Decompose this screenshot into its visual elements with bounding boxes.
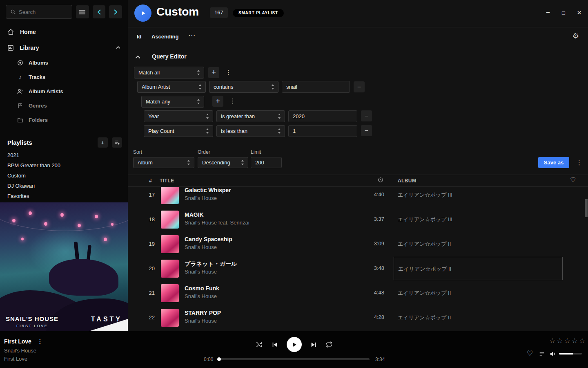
now-playing-artwork[interactable]: SNAIL'S HOUSE FIRST LOVE TASTY	[0, 202, 128, 331]
playlist-item-2021[interactable]: 2021	[0, 150, 128, 160]
table-row[interactable]: 20 プラネット・ガール Snail's House 3:48 エイリアン☆ポッ…	[128, 256, 585, 281]
sidebar-item-home[interactable]: Home	[0, 24, 128, 40]
table-row[interactable]: 17 Galactic Whisper Snail's House 4:40 エ…	[128, 187, 585, 207]
seek-handle[interactable]	[217, 357, 221, 361]
query-editor-collapse-button[interactable]	[135, 53, 140, 61]
search-input[interactable]	[19, 9, 68, 15]
remove-rule-button[interactable]: −	[361, 125, 372, 136]
now-playing-menu-button[interactable]: ⋮	[37, 339, 43, 344]
settings-gear-icon[interactable]: ⚙	[572, 32, 579, 40]
rule-field-select[interactable]: Year	[144, 110, 213, 122]
star-icon[interactable]: ☆	[557, 337, 563, 345]
volume-slider[interactable]	[559, 353, 582, 355]
previous-track-button[interactable]	[272, 341, 278, 348]
add-rule-button[interactable]: +	[212, 96, 223, 107]
folder-icon	[17, 117, 23, 123]
playlist-item-favorites[interactable]: Favorites	[0, 191, 128, 201]
rule-operator-select[interactable]: is greater than	[216, 110, 285, 122]
remove-rule-button[interactable]: −	[354, 81, 365, 92]
order-select[interactable]: Descending	[198, 157, 248, 168]
match-mode-select[interactable]: Match any	[141, 96, 204, 108]
track-number: 20	[145, 265, 155, 272]
add-playlist-button[interactable]: +	[98, 137, 108, 148]
sidebar-item-tracks[interactable]: ♪ Tracks	[0, 70, 128, 84]
rule-field-select[interactable]: Play Count	[144, 125, 213, 137]
table-row[interactable]: 18 MAGIK Snail's House feat. Sennzai 3:3…	[128, 207, 585, 232]
search-box[interactable]	[6, 5, 72, 19]
sort-direction-button[interactable]: Ascending	[151, 34, 178, 40]
volume-icon[interactable]	[549, 350, 557, 357]
more-options-button[interactable]: ⋯	[188, 32, 195, 39]
select-arrows-icon	[206, 114, 209, 119]
next-track-button[interactable]	[310, 341, 317, 348]
playlist-item-dj-okawari[interactable]: DJ Okawari	[0, 181, 128, 191]
star-icon[interactable]: ☆	[549, 337, 555, 345]
table-divider	[128, 175, 588, 175]
chevron-up-icon	[116, 46, 120, 49]
rule-value-input[interactable]	[288, 125, 357, 137]
now-playing-title: First Love	[4, 338, 31, 345]
sidebar-item-genres[interactable]: Genres	[0, 99, 128, 113]
window-maximize-button[interactable]: □	[562, 10, 565, 16]
star-icon[interactable]: ☆	[564, 337, 570, 345]
rule-field-select[interactable]: Album Artist	[137, 81, 206, 93]
select-value: Album	[138, 159, 185, 166]
save-menu-button[interactable]: ⋮	[576, 159, 582, 166]
playlist-item-custom[interactable]: Custom	[0, 171, 128, 181]
sidebar-item-folders[interactable]: Folders	[0, 113, 128, 127]
duration-clock-icon[interactable]	[378, 177, 383, 183]
table-row[interactable]: 22 STARRY POP Snail's House 4:28 エイリアン☆ポ…	[128, 305, 585, 330]
group-menu-button[interactable]: ⋮	[225, 69, 232, 75]
rule-operator-select[interactable]: contains	[209, 81, 278, 93]
favorite-heart-icon[interactable]: ♡	[570, 177, 576, 183]
play-pause-button[interactable]	[287, 337, 302, 352]
star-icon[interactable]: ☆	[572, 337, 578, 345]
remove-rule-button[interactable]: −	[361, 110, 372, 121]
column-number[interactable]: #	[149, 178, 152, 184]
rule-value-input[interactable]	[288, 110, 357, 122]
artist-icon	[17, 88, 23, 94]
select-value: Match all	[138, 70, 194, 76]
rule-operator-select[interactable]: is less than	[216, 125, 285, 137]
sidebar-item-albums[interactable]: Albums	[0, 56, 128, 70]
table-row[interactable]: 21 Cosmo Funk Snail's House 4:48 エイリアン☆ポ…	[128, 281, 585, 305]
playlist-label: 2021	[7, 152, 19, 158]
sidebar-item-library[interactable]: Library	[0, 40, 128, 56]
album-cell-focused[interactable]: エイリアン☆ポップ II	[394, 257, 563, 280]
seek-bar[interactable]	[218, 358, 370, 360]
save-as-button[interactable]: Save as	[538, 157, 569, 168]
hamburger-icon	[79, 9, 85, 15]
rule-value-input[interactable]	[282, 81, 350, 93]
playback-controls	[255, 337, 333, 352]
window-close-button[interactable]: ×	[577, 8, 581, 17]
scrollbar-thumb[interactable]	[585, 199, 588, 217]
repeat-button[interactable]	[325, 341, 333, 348]
track-artist: Snail's House	[185, 318, 217, 324]
menu-button[interactable]	[76, 5, 89, 18]
playlist-item-bpm[interactable]: BPM Greater than 200	[0, 160, 128, 171]
window-minimize-button[interactable]: −	[546, 9, 550, 17]
chevron-up-icon	[135, 56, 140, 59]
forward-button[interactable]	[109, 5, 122, 18]
column-album[interactable]: ALBUM	[398, 178, 416, 184]
star-icon[interactable]: ☆	[579, 337, 585, 345]
track-duration: 3:09	[355, 240, 384, 247]
table-row[interactable]: 19 Candy Spaceship Snail's House 3:09 エイ…	[128, 232, 585, 256]
track-title: Cosmo Funk	[185, 285, 219, 292]
column-title[interactable]: TITLE	[160, 178, 174, 184]
group-menu-button[interactable]: ⋮	[229, 98, 236, 104]
sort-field-button[interactable]: Id	[137, 34, 142, 40]
album-thumbnail	[161, 309, 179, 327]
add-rule-button[interactable]: +	[208, 67, 219, 78]
limit-label: Limit	[251, 149, 261, 155]
playlist-options-button[interactable]	[112, 137, 122, 148]
favorite-button[interactable]: ♡	[527, 350, 533, 357]
shuffle-button[interactable]	[255, 341, 263, 348]
limit-input[interactable]	[251, 157, 282, 168]
sort-select[interactable]: Album	[133, 157, 194, 168]
sidebar-item-album-artists[interactable]: Album Artists	[0, 84, 128, 99]
playlist-play-button[interactable]	[134, 4, 151, 22]
match-mode-select[interactable]: Match all	[134, 67, 204, 79]
queue-icon[interactable]	[539, 351, 545, 357]
back-button[interactable]	[93, 5, 106, 18]
